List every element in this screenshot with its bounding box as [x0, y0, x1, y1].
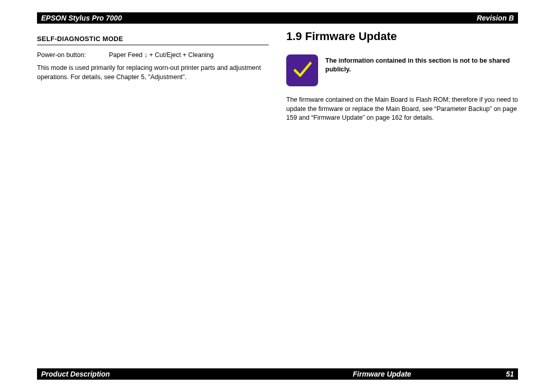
section-heading-self-diagnostic: SELF-DIAGNOSTIC MODE: [37, 35, 269, 45]
footer-page-number: 51: [495, 370, 514, 378]
confidential-text: The information contained in this sectio…: [325, 54, 518, 74]
section-heading-firmware-update: 1.9 Firmware Update: [286, 30, 518, 43]
left-column: SELF-DIAGNOSTIC MODE Power-on button: Pa…: [37, 30, 269, 362]
confidential-notice: The information contained in this sectio…: [286, 54, 518, 86]
checkmark-icon: [292, 59, 312, 82]
body-text-right: The firmware contained on the Main Board…: [286, 96, 518, 123]
header-bar: EPSON Stylus Pro 7000 Revision B: [37, 12, 518, 24]
page-content: SELF-DIAGNOSTIC MODE Power-on button: Pa…: [37, 30, 518, 362]
footer-center: Firmware Update: [268, 370, 495, 378]
kv-label: Power-on button:: [37, 51, 109, 59]
checkmark-badge: [286, 54, 318, 86]
footer-left: Product Description: [41, 370, 268, 378]
header-right: Revision B: [477, 14, 514, 22]
body-text-left: This mode is used primarily for replacin…: [37, 64, 269, 82]
header-left: EPSON Stylus Pro 7000: [41, 14, 122, 22]
kv-value: Paper Feed ↓ + Cut/Eject + Cleaning: [109, 51, 269, 59]
footer-bar: Product Description Firmware Update 51: [37, 368, 518, 380]
kv-row: Power-on button: Paper Feed ↓ + Cut/Ejec…: [37, 51, 269, 59]
right-column: 1.9 Firmware Update The information cont…: [286, 30, 518, 362]
